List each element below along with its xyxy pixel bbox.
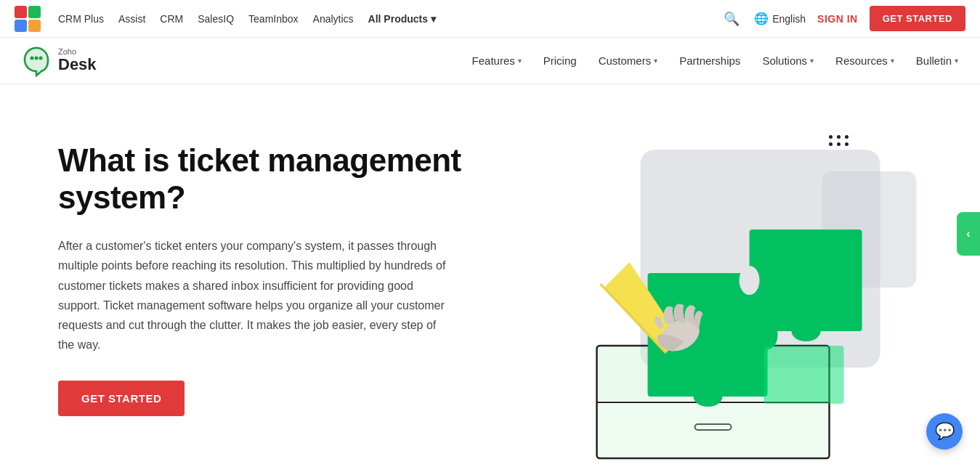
desk-logo-text: Zoho Desk — [58, 47, 97, 73]
svg-point-1 — [35, 56, 39, 60]
top-navigation: CRM Plus Assist CRM SalesIQ TeamInbox An… — [0, 0, 980, 38]
sq-blue — [15, 20, 27, 32]
nav-pricing[interactable]: Pricing — [543, 54, 577, 67]
top-nav-assist[interactable]: Assist — [118, 13, 145, 25]
top-nav-crm-plus[interactable]: CRM Plus — [58, 13, 104, 25]
desk-label: Desk — [58, 56, 97, 73]
main-nav-links: Features ▾ Pricing Customers ▾ Partnersh… — [472, 54, 958, 67]
top-nav-teaminbox[interactable]: TeamInbox — [248, 13, 298, 25]
desk-logo-svg — [22, 45, 51, 77]
svg-rect-12 — [598, 404, 827, 457]
all-products-chevron-icon: ▾ — [431, 13, 436, 25]
features-chevron-icon: ▾ — [518, 57, 522, 65]
search-icon: 🔍 — [724, 12, 740, 26]
hero-content: What is ticket management system? After … — [58, 128, 533, 416]
nav-resources[interactable]: Resources ▾ — [835, 54, 894, 67]
top-nav-all-products[interactable]: All Products ▾ — [368, 13, 436, 25]
customers-chevron-icon: ▾ — [654, 57, 657, 65]
chat-icon: 💬 — [935, 422, 955, 441]
top-nav-left: CRM Plus Assist CRM SalesIQ TeamInbox An… — [15, 6, 436, 32]
chat-bubble-button[interactable]: 💬 — [926, 413, 963, 450]
hero-description: After a customer's ticket enters your co… — [58, 236, 450, 354]
hero-section: What is ticket management system? After … — [0, 84, 980, 462]
top-nav-links: CRM Plus Assist CRM SalesIQ TeamInbox An… — [58, 13, 436, 25]
top-nav-salesiq[interactable]: SalesIQ — [198, 13, 234, 25]
language-label: English — [772, 13, 806, 25]
sq-green — [28, 6, 41, 18]
get-started-top-button[interactable]: GET STARTED — [870, 6, 965, 31]
globe-icon: 🌐 — [754, 12, 769, 25]
svg-point-14 — [693, 386, 722, 407]
hero-illustration — [533, 128, 922, 462]
hero-svg-illustration — [533, 128, 922, 462]
top-nav-analytics[interactable]: Analytics — [313, 13, 354, 25]
zoho-logo[interactable] — [15, 6, 41, 32]
hero-title: What is ticket management system? — [58, 142, 533, 216]
get-started-hero-button[interactable]: GET STARTED — [58, 381, 185, 416]
top-nav-right: 🔍 🌐 English SIGN IN GET STARTED — [721, 6, 965, 31]
side-tab-arrow-icon: ‹ — [966, 227, 970, 240]
nav-partnerships[interactable]: Partnerships — [679, 54, 740, 67]
nav-customers[interactable]: Customers ▾ — [599, 54, 658, 67]
bulletin-chevron-icon: ▾ — [955, 57, 958, 65]
svg-point-20 — [791, 321, 820, 341]
sq-red — [15, 6, 27, 18]
resources-chevron-icon: ▾ — [891, 57, 894, 65]
svg-point-19 — [739, 266, 759, 295]
svg-point-2 — [39, 56, 43, 60]
sign-in-button[interactable]: SIGN IN — [817, 13, 858, 25]
solutions-chevron-icon: ▾ — [810, 57, 814, 65]
svg-rect-21 — [764, 346, 843, 404]
nav-solutions[interactable]: Solutions ▾ — [762, 54, 814, 67]
top-nav-crm[interactable]: CRM — [160, 13, 183, 25]
search-button[interactable]: 🔍 — [721, 8, 742, 30]
sq-yellow — [28, 20, 41, 32]
main-navigation: Zoho Desk Features ▾ Pricing Customers ▾… — [0, 38, 980, 84]
nav-bulletin[interactable]: Bulletin ▾ — [916, 54, 958, 67]
zoho-desk-logo[interactable]: Zoho Desk — [22, 45, 97, 77]
svg-point-0 — [31, 56, 34, 60]
nav-features[interactable]: Features ▾ — [472, 54, 522, 67]
svg-rect-18 — [749, 230, 862, 331]
side-tab[interactable]: ‹ — [957, 212, 980, 256]
language-selector[interactable]: 🌐 English — [754, 12, 806, 25]
zoho-squares — [15, 6, 41, 32]
